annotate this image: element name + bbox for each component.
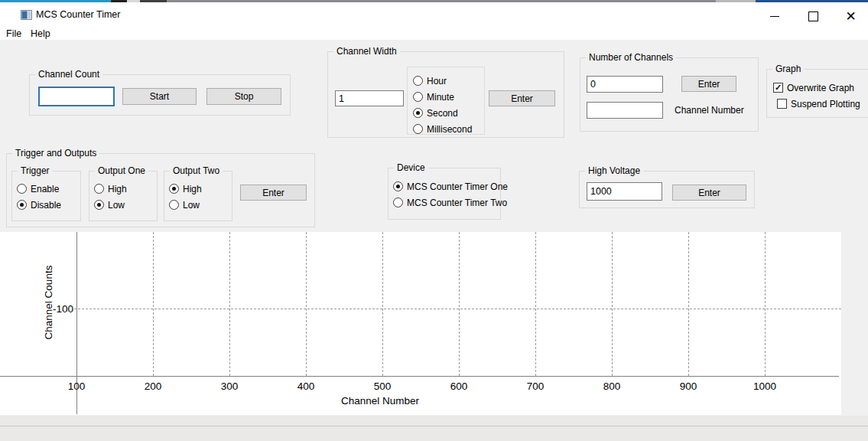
trigger-radio-disable[interactable]: Disable [17,197,61,213]
radio-label: Low [183,200,200,211]
maximize-icon [808,11,818,21]
x-tick-label-500: 500 [359,381,405,392]
output-one-subgroup-title: Output One [95,165,148,176]
radio-icon [94,200,104,210]
radio-label: High [108,184,127,194]
device-radio-mcs-counter-timer-two[interactable]: MCS Counter Timer Two [393,194,508,211]
graph-checkbox-suspend-plotting[interactable]: Suspend Plotting [777,96,860,112]
channel-width-input[interactable] [335,90,404,106]
chart-plot-area: 1002003004005006007008009001000 -100 Cha… [0,232,841,415]
x-tick-label-700: 700 [512,381,558,392]
menu-help[interactable]: Help [26,25,55,42]
radio-icon [17,184,27,194]
maximize-button[interactable] [796,5,831,28]
radio-label: Hour [427,76,447,87]
graph-group-title: Graph [772,64,804,74]
graph-checkbox-overwrite-graph[interactable]: Overwrite Graph [773,80,860,96]
radio-icon [393,198,403,207]
high-voltage-group: High Voltage Enter [579,171,755,208]
x-tick-label-400: 400 [283,381,329,392]
radio-icon [169,184,179,194]
menu-file[interactable]: File [2,25,26,42]
unit-radio-minute[interactable]: Minute [413,89,472,105]
trigger-outputs-enter-button[interactable]: Enter [240,185,307,201]
x-axis-title: Channel Number [327,395,434,407]
channel-width-units-frame: HourMinuteSecondMillisecond [407,67,485,135]
radio-label: MCS Counter Timer Two [407,198,507,208]
radio-label: High [183,184,202,194]
trigger-radio-enable[interactable]: Enable [17,181,61,197]
output-one-radio-high[interactable]: High [94,181,127,197]
x-tick-label-900: 900 [665,381,711,392]
close-button[interactable]: ✕ [834,5,868,28]
radio-label: MCS Counter Timer One [407,181,508,192]
x-tick-label-100: 100 [54,381,99,392]
output-two-radio-high[interactable]: High [169,181,202,197]
menu-bar: File Help [0,25,868,42]
checkbox-icon [777,99,787,109]
graph-group: Graph Overwrite GraphSuspend Plotting [766,69,868,118]
start-button[interactable]: Start [122,88,197,105]
number-of-channels-enter-button[interactable]: Enter [681,76,736,92]
stop-button[interactable]: Stop [206,88,281,105]
number-of-channels-input[interactable] [587,76,663,93]
high-voltage-enter-button[interactable]: Enter [672,185,746,201]
title-bar: MCS Counter Timer ✕ File Help [0,2,868,40]
x-tick-label-1000: 1000 [742,381,788,392]
radio-label: Minute [427,92,454,103]
radio-label: Second [427,108,458,119]
minimize-icon [770,16,779,17]
device-group: Device MCS Counter Timer OneMCS Counter … [388,168,501,220]
window-title: MCS Counter Timer [36,9,120,20]
vgridline-700 [535,232,536,376]
close-icon: ✕ [845,10,856,23]
output-two-radio-low[interactable]: Low [169,197,202,213]
radio-icon [413,92,423,102]
bottom-divider [0,426,868,426]
channel-width-group: Channel Width HourMinuteSecondMillisecon… [327,51,564,138]
radio-icon [94,184,104,194]
checkbox-label: Overwrite Graph [787,83,854,93]
vgridline-800 [612,232,613,376]
app-icon [21,10,32,20]
vgridline-400 [306,232,307,376]
device-group-title: Device [394,162,428,173]
minimize-button[interactable] [757,5,792,28]
high-voltage-input[interactable] [587,182,662,201]
unit-radio-hour[interactable]: Hour [413,73,472,89]
channel-width-enter-button[interactable]: Enter [489,90,555,106]
radio-icon [413,124,423,134]
radio-icon [413,76,423,86]
hgridline-minus-100 [74,309,841,309]
trigger-and-outputs-group: Trigger and Outputs Trigger EnableDisabl… [6,153,315,227]
number-of-channels-group: Number of Channels Enter Channel Number [580,57,759,132]
radio-label: Enable [31,184,59,194]
channel-number-label: Channel Number [675,105,744,116]
vgridline-600 [459,232,460,376]
y-axis-title: Channel Counts [43,226,55,379]
output-one-radio-low[interactable]: Low [94,197,127,213]
vgridline-900 [688,232,689,376]
output-two-subgroup: Output Two HighLow [164,171,232,221]
radio-label: Low [108,200,125,211]
x-tick-label-600: 600 [436,381,482,392]
radio-label: Disable [31,200,61,211]
unit-radio-millisecond[interactable]: Millisecond [413,121,472,137]
radio-icon [413,108,423,118]
x-tick-label-800: 800 [589,381,635,392]
high-voltage-group-title: High Voltage [585,165,643,176]
radio-icon [17,200,27,210]
trigger-and-outputs-group-title: Trigger and Outputs [12,148,99,158]
device-radio-mcs-counter-timer-one[interactable]: MCS Counter Timer One [393,178,508,194]
x-axis-line [0,376,839,377]
radio-label: Millisecond [427,124,472,135]
checkbox-label: Suspend Plotting [791,99,860,109]
vgridline-200 [153,232,154,376]
radio-icon [169,200,179,210]
bottom-status-strip [0,416,868,441]
channel-number-input[interactable] [587,102,663,119]
output-two-subgroup-title: Output Two [170,165,223,176]
channel-count-input[interactable] [38,87,115,106]
vgridline-500 [382,232,383,376]
unit-radio-second[interactable]: Second [413,105,472,121]
